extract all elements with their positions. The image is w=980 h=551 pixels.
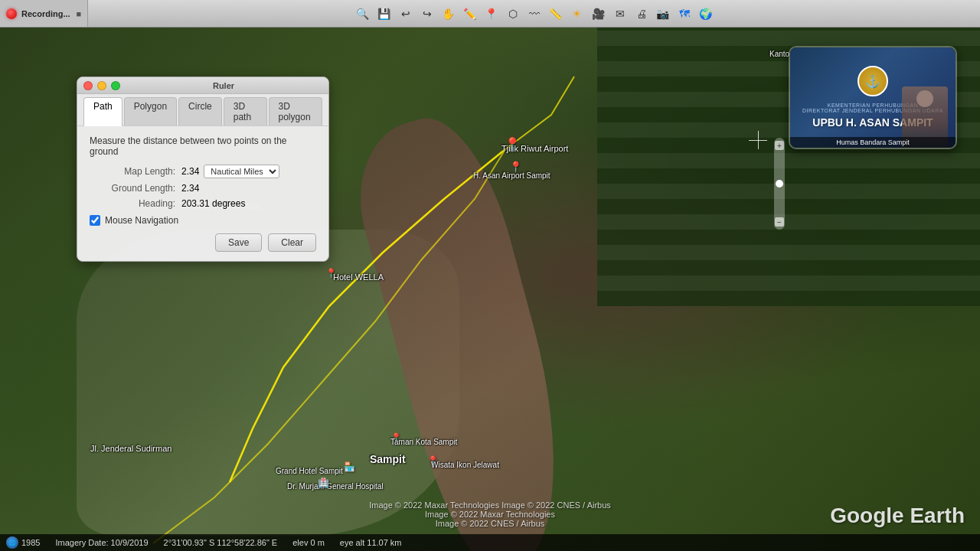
save-icon[interactable]: 💾 bbox=[374, 4, 394, 24]
placemark-icon[interactable]: 📍 bbox=[482, 4, 501, 24]
photo-icon[interactable]: 📷 bbox=[653, 4, 673, 24]
tab-polygon[interactable]: Polygon bbox=[124, 97, 177, 126]
hotel-pin[interactable]: 📍 bbox=[325, 268, 337, 279]
ground-length-label: Ground Length: bbox=[90, 183, 181, 194]
year-value: 1985 bbox=[21, 538, 40, 547]
zoom-handle[interactable] bbox=[776, 180, 783, 187]
heading-label: Heading: bbox=[90, 198, 181, 209]
coordinates: 2°31'00.93" S 112°58'22.86" E bbox=[164, 538, 278, 547]
dialog-buttons: Save Clear bbox=[90, 233, 316, 252]
toolbar-icons: 🔍 💾 ↩ ↪ ✋ ✏️ 📍 ⬡ 〰 📏 ☀ 🎥 ✉ 🖨 📷 🗺 🌍 bbox=[88, 4, 980, 24]
tab-3d-path[interactable]: 3D path bbox=[224, 97, 267, 126]
mouse-nav-checkbox[interactable] bbox=[90, 215, 100, 226]
copyright-text: Image © 2022 Maxar Technologies Image © … bbox=[369, 500, 611, 528]
statusbar: 🌐 1985 Imagery Date: 10/9/2019 2°31'00.9… bbox=[0, 534, 980, 551]
back-icon[interactable]: ↩ bbox=[396, 4, 416, 24]
stop-button[interactable]: ■ bbox=[77, 9, 82, 18]
video-label: Humas Bandara Sampit bbox=[790, 137, 956, 148]
toolbar: Recording... ■ 🔍 💾 ↩ ↪ ✋ ✏️ 📍 ⬡ 〰 📏 ☀ 🎥 … bbox=[0, 0, 980, 28]
save-button[interactable]: Save bbox=[215, 233, 262, 252]
grand-hotel-pin[interactable]: 🏪 bbox=[344, 461, 355, 472]
imagery-date: Imagery Date: 10/9/2019 bbox=[55, 538, 148, 547]
heading-value: 203.31 degrees bbox=[181, 198, 245, 209]
map-length-value: 2.34 bbox=[181, 166, 199, 177]
sunlight-icon[interactable]: ☀ bbox=[567, 4, 587, 24]
recording-label: Recording... bbox=[21, 9, 70, 18]
recording-indicator: Recording... ■ bbox=[0, 0, 88, 27]
eye-altitude: eye alt 11.07 km bbox=[340, 538, 402, 547]
recording-dot bbox=[6, 8, 17, 19]
hospital-pin[interactable]: 🏥 bbox=[318, 478, 329, 488]
grand-hotel-label: Grand Hotel Sampit bbox=[276, 467, 343, 475]
ruler-tabs: Path Polygon Circle 3D path 3D polygon bbox=[77, 94, 328, 126]
map-length-label: Map Length: bbox=[90, 166, 181, 177]
hotel-wella-label: Hotel WELLA bbox=[333, 272, 384, 282]
video-overlay: ⚓ KEMENTERIAN PERHUBUNGANDIREKTORAT JEND… bbox=[789, 46, 957, 149]
elevation: elev 0 m bbox=[292, 538, 325, 547]
dialog-description: Measure the distance between two points … bbox=[90, 135, 316, 157]
zoom-slider[interactable]: + − bbox=[774, 138, 785, 230]
minimize-button[interactable] bbox=[97, 81, 106, 90]
mouse-nav-label: Mouse Navigation bbox=[105, 215, 178, 226]
measure-icon[interactable]: 📏 bbox=[546, 4, 566, 24]
unit-selector[interactable]: Nautical Miles Kilometers Miles Feet Met… bbox=[204, 165, 279, 178]
zoom-out-button[interactable]: − bbox=[775, 217, 784, 227]
mouse-nav-row: Mouse Navigation bbox=[90, 215, 316, 226]
dialog-title: Ruler bbox=[213, 81, 234, 90]
airport-pin-hasan[interactable]: 📍 bbox=[509, 161, 522, 173]
zoom-in-button[interactable]: + bbox=[775, 141, 784, 150]
video-background: ⚓ KEMENTERIAN PERHUBUNGANDIREKTORAT JEND… bbox=[790, 47, 956, 148]
crosshair bbox=[749, 131, 767, 149]
year-icon: 🌐 bbox=[6, 536, 18, 549]
print-icon[interactable]: 🖨 bbox=[632, 4, 652, 24]
email-icon[interactable]: ✉ bbox=[610, 4, 630, 24]
sampit-label: Sampit bbox=[370, 453, 406, 465]
maximize-button[interactable] bbox=[111, 81, 120, 90]
dialog-content: Measure the distance between two points … bbox=[77, 126, 328, 261]
emblem-icon: ⚓ bbox=[858, 66, 888, 96]
polygon-icon[interactable]: ⬡ bbox=[503, 4, 523, 24]
ground-length-value: 2.34 bbox=[181, 183, 199, 194]
search-icon[interactable]: 🔍 bbox=[353, 4, 373, 24]
globe-icon[interactable]: 🌍 bbox=[696, 4, 716, 24]
tab-3d-polygon[interactable]: 3D polygon bbox=[269, 97, 322, 126]
ruler-dialog: Ruler Path Polygon Circle 3D path 3D pol… bbox=[77, 77, 329, 262]
close-button[interactable] bbox=[83, 81, 93, 90]
heading-row: Heading: 203.31 degrees bbox=[90, 198, 316, 209]
sudirman-label: Jl. Jenderal Sudirman bbox=[90, 444, 172, 453]
google-earth-logo: Google Earth bbox=[830, 504, 965, 528]
year-indicator: 🌐 1985 bbox=[6, 536, 40, 549]
pan-icon[interactable]: ✋ bbox=[439, 4, 459, 24]
clear-button[interactable]: Clear bbox=[268, 233, 316, 252]
map-length-row: Map Length: 2.34 Nautical Miles Kilomete… bbox=[90, 165, 316, 178]
maps-icon[interactable]: 🗺 bbox=[675, 4, 694, 24]
hospital-label: Dr. Murjani General Hospital bbox=[287, 482, 384, 491]
record-icon[interactable]: 🎥 bbox=[589, 4, 609, 24]
wisata-pin[interactable]: 📍 bbox=[427, 455, 439, 466]
tab-path[interactable]: Path bbox=[83, 97, 122, 126]
draw-icon[interactable]: ✏️ bbox=[460, 4, 480, 24]
tab-circle[interactable]: Circle bbox=[178, 97, 222, 126]
taman-pin[interactable]: 📍 bbox=[390, 432, 402, 443]
wisata-label: Wisata Ikon Jelawat bbox=[431, 461, 499, 469]
forward-icon[interactable]: ↪ bbox=[417, 4, 437, 24]
path-icon[interactable]: 〰 bbox=[524, 4, 544, 24]
dialog-titlebar: Ruler bbox=[77, 77, 328, 94]
airport-pin-tjilik[interactable]: 📍 bbox=[504, 136, 521, 153]
ground-length-row: Ground Length: 2.34 bbox=[90, 183, 316, 194]
